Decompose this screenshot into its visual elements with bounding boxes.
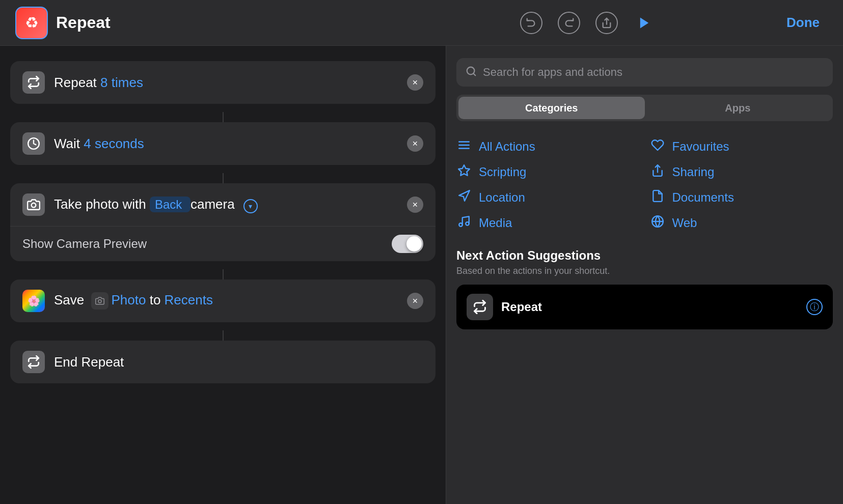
workflow-panel: Repeat 8 times ✕ Wait 4 seconds ✕ bbox=[0, 46, 446, 504]
save-photo-close-button[interactable]: ✕ bbox=[407, 293, 423, 309]
scripting-icon bbox=[456, 164, 472, 180]
main-content: Repeat 8 times ✕ Wait 4 seconds ✕ bbox=[0, 46, 843, 504]
divider-3 bbox=[223, 269, 224, 279]
undo-button[interactable] bbox=[520, 12, 542, 34]
redo-button[interactable] bbox=[558, 12, 580, 34]
all-actions-icon bbox=[456, 138, 472, 155]
page-title: Repeat bbox=[56, 13, 111, 32]
play-button[interactable] bbox=[633, 12, 656, 34]
repeat-icon bbox=[22, 71, 45, 94]
sharing-label: Sharing bbox=[672, 165, 715, 179]
toggle-knob bbox=[406, 236, 422, 251]
location-label: Location bbox=[479, 190, 525, 205]
media-label: Media bbox=[479, 216, 512, 230]
end-repeat-icon bbox=[22, 351, 45, 373]
category-item-documents[interactable]: Documents bbox=[650, 187, 833, 208]
photo-label[interactable]: Photo bbox=[112, 292, 146, 307]
take-photo-close-button[interactable]: ✕ bbox=[407, 197, 423, 213]
next-actions-title: Next Action Suggestions bbox=[456, 248, 833, 263]
search-bar[interactable]: Search for apps and actions bbox=[456, 58, 833, 87]
header-controls bbox=[397, 12, 778, 34]
done-button[interactable]: Done bbox=[778, 11, 828, 35]
app-icon: ♻ bbox=[15, 7, 48, 39]
take-photo-card-row: Take photo with Back camera ▾ ✕ bbox=[10, 183, 436, 226]
share-button[interactable] bbox=[595, 12, 618, 34]
right-panel: Search for apps and actions Categories A… bbox=[446, 46, 843, 504]
end-repeat-card-row: End Repeat bbox=[10, 341, 436, 383]
tab-bar: Categories Apps bbox=[456, 95, 833, 121]
next-actions-subtitle: Based on the actions in your shortcut. bbox=[456, 266, 833, 276]
repeat-value[interactable]: 8 times bbox=[100, 75, 143, 90]
wait-close-button[interactable]: ✕ bbox=[407, 135, 423, 152]
media-icon bbox=[456, 215, 472, 231]
end-repeat-label: End Repeat bbox=[54, 354, 423, 370]
svg-marker-1 bbox=[640, 17, 648, 28]
wait-card-row: Wait 4 seconds ✕ bbox=[10, 122, 436, 165]
camera-preview-toggle[interactable] bbox=[392, 235, 423, 253]
divider-2 bbox=[223, 173, 224, 183]
save-photo-card-row: 🌸 Save Photo to Recents ✕ bbox=[10, 279, 436, 322]
repeat-card-text: Repeat 8 times bbox=[54, 75, 407, 91]
camera-preview-label: Show Camera Preview bbox=[22, 237, 392, 251]
sharing-icon bbox=[650, 164, 665, 180]
svg-point-12 bbox=[459, 223, 463, 227]
wait-icon bbox=[22, 132, 45, 155]
suggestion-repeat-icon bbox=[467, 294, 493, 320]
categories-grid: All Actions Favourites Scripting bbox=[446, 131, 843, 238]
repeat-card-row: Repeat 8 times ✕ bbox=[10, 61, 436, 104]
wait-card-text: Wait 4 seconds bbox=[54, 136, 407, 152]
tab-apps[interactable]: Apps bbox=[645, 97, 831, 119]
search-icon bbox=[466, 66, 477, 79]
category-item-media[interactable]: Media bbox=[456, 213, 640, 233]
wait-value[interactable]: 4 seconds bbox=[84, 136, 144, 151]
all-actions-label: All Actions bbox=[479, 139, 535, 154]
suggestion-info-button[interactable]: ⓘ bbox=[806, 299, 823, 315]
favourites-icon bbox=[650, 138, 665, 155]
web-icon bbox=[650, 215, 665, 231]
category-item-all-actions[interactable]: All Actions bbox=[456, 136, 640, 157]
camera-icon bbox=[22, 193, 45, 216]
documents-icon bbox=[650, 189, 665, 206]
header: ♻ Repeat Don bbox=[0, 0, 843, 46]
category-item-location[interactable]: Location bbox=[456, 187, 640, 208]
documents-label: Documents bbox=[672, 190, 734, 205]
svg-point-4 bbox=[98, 300, 101, 303]
next-actions-section: Next Action Suggestions Based on the act… bbox=[446, 238, 843, 335]
svg-point-13 bbox=[466, 222, 469, 226]
take-photo-card: Take photo with Back camera ▾ ✕ Show Cam… bbox=[10, 183, 436, 261]
header-left: ♻ Repeat bbox=[15, 7, 397, 39]
category-item-favourites[interactable]: Favourites bbox=[650, 136, 833, 157]
save-photo-card-text: Save Photo to Recents bbox=[54, 292, 407, 310]
take-photo-card-text: Take photo with Back camera ▾ bbox=[54, 197, 407, 213]
svg-point-3 bbox=[32, 203, 36, 208]
repeat-close-button[interactable]: ✕ bbox=[407, 74, 423, 91]
camera-preview-row: Show Camera Preview bbox=[10, 226, 436, 261]
location-icon bbox=[456, 189, 472, 206]
svg-line-6 bbox=[473, 73, 475, 75]
scripting-label: Scripting bbox=[479, 165, 526, 179]
wait-card: Wait 4 seconds ✕ bbox=[10, 122, 436, 165]
camera-direction-value[interactable]: Back bbox=[150, 197, 191, 212]
repeat-card: Repeat 8 times ✕ bbox=[10, 61, 436, 104]
web-label: Web bbox=[672, 216, 697, 230]
chevron-down-icon[interactable]: ▾ bbox=[243, 199, 258, 213]
inline-camera-icon bbox=[91, 292, 108, 310]
svg-marker-11 bbox=[459, 190, 470, 201]
category-item-scripting[interactable]: Scripting bbox=[456, 162, 640, 182]
category-item-sharing[interactable]: Sharing bbox=[650, 162, 833, 182]
search-area: Search for apps and actions bbox=[446, 46, 843, 95]
save-photo-card: 🌸 Save Photo to Recents ✕ bbox=[10, 279, 436, 322]
suggestion-repeat-label: Repeat bbox=[501, 300, 798, 314]
end-repeat-card: End Repeat bbox=[10, 341, 436, 383]
photos-icon: 🌸 bbox=[22, 290, 45, 312]
album-value[interactable]: Recents bbox=[165, 292, 213, 307]
divider-1 bbox=[223, 112, 224, 122]
category-item-web[interactable]: Web bbox=[650, 213, 833, 233]
favourites-label: Favourites bbox=[672, 139, 729, 154]
suggestion-repeat-card[interactable]: Repeat ⓘ bbox=[456, 285, 833, 329]
divider-4 bbox=[223, 330, 224, 341]
search-placeholder: Search for apps and actions bbox=[483, 66, 622, 79]
tab-categories[interactable]: Categories bbox=[458, 97, 645, 119]
